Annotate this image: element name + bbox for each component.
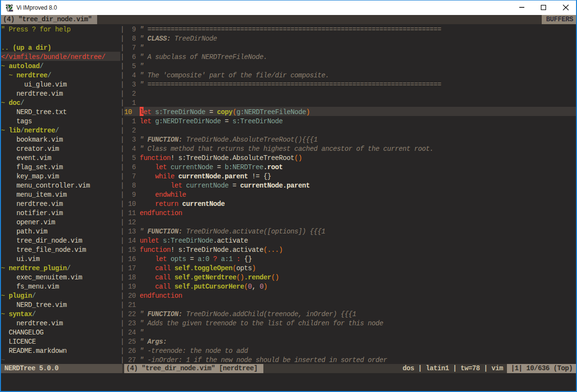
svg-text:im: im: [9, 8, 13, 12]
